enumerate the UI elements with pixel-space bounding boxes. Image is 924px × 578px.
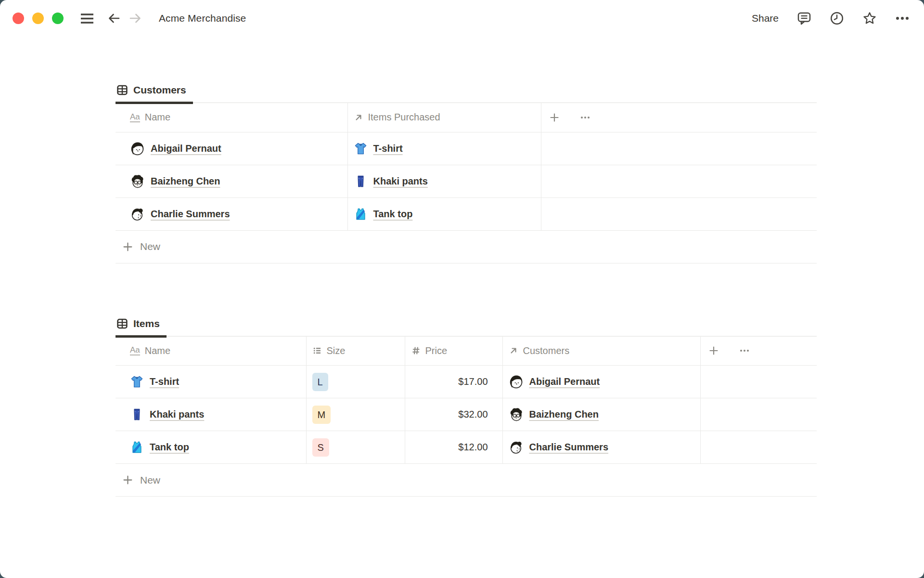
avatar-abigail	[509, 374, 524, 389]
relation-property-icon	[509, 346, 518, 355]
size-tag[interactable]: M	[312, 406, 331, 424]
add-property-button[interactable]	[708, 345, 719, 356]
empty-cell	[700, 398, 817, 431]
jeans-icon	[130, 407, 144, 421]
clock-icon	[830, 11, 844, 26]
star-icon	[862, 11, 877, 26]
avatar-baizheng	[509, 407, 524, 422]
price-cell[interactable]: $17.00	[405, 376, 502, 387]
titlebar: Acme Merchandise Share	[0, 0, 924, 37]
item-page-link[interactable]: Tank top	[150, 442, 189, 453]
comments-button[interactable]	[797, 11, 811, 26]
customer-relation-link[interactable]: Baizheng Chen	[529, 409, 599, 420]
column-label: Items Purchased	[368, 112, 440, 123]
tshirt-icon	[130, 375, 144, 389]
title-property-icon: Aa	[130, 346, 140, 355]
size-tag[interactable]: S	[312, 438, 329, 457]
favorite-button[interactable]	[862, 11, 877, 26]
tshirt-icon	[354, 142, 368, 156]
column-label: Customers	[523, 345, 570, 356]
updates-button[interactable]	[830, 11, 844, 26]
forward-button[interactable]	[128, 11, 142, 26]
customer-relation-link[interactable]: Abigail Pernaut	[529, 376, 600, 387]
customer-page-link[interactable]: Baizheng Chen	[151, 176, 220, 187]
property-options-button[interactable]	[739, 345, 750, 356]
avatar-charlie	[130, 207, 145, 222]
column-header-name[interactable]: Aa Name	[116, 345, 306, 356]
customers-view-tabbar: Customers	[116, 71, 817, 103]
item-relation-link[interactable]: T-shirt	[373, 143, 403, 154]
back-button[interactable]	[107, 11, 121, 26]
customer-page-link[interactable]: Charlie Summers	[151, 209, 230, 220]
tab-label: Items	[133, 318, 160, 329]
empty-cell	[700, 431, 817, 464]
number-property-icon	[411, 346, 421, 355]
customer-relation-link[interactable]: Charlie Summers	[529, 442, 609, 453]
ellipsis-icon	[895, 11, 910, 26]
empty-cell	[541, 132, 817, 165]
items-table: Aa Name Size Price	[116, 337, 817, 464]
price-cell[interactable]: $12.00	[405, 442, 502, 453]
column-header-items-purchased[interactable]: Items Purchased	[348, 112, 541, 123]
tanktop-icon	[130, 440, 144, 454]
item-relation-link[interactable]: Khaki pants	[373, 176, 428, 187]
item-page-link[interactable]: Khaki pants	[150, 409, 204, 420]
new-row-button[interactable]: New	[116, 231, 817, 263]
tab-items-table-view[interactable]: Items	[116, 318, 167, 338]
hamburger-icon	[79, 11, 95, 26]
share-button[interactable]: Share	[752, 13, 779, 24]
notion-window: Acme Merchandise Share Customers	[0, 0, 924, 578]
column-header-customers[interactable]: Customers	[503, 345, 700, 356]
column-label: Name	[145, 112, 170, 123]
add-property-button[interactable]	[549, 112, 560, 123]
page-title: Acme Merchandise	[159, 13, 246, 24]
close-window-button[interactable]	[13, 13, 24, 24]
table-row: Tank top S $12.00 Charlie Summers	[116, 431, 817, 464]
items-view-tabbar: Items	[116, 305, 817, 337]
item-relation-link[interactable]: Tank top	[373, 209, 413, 220]
tanktop-icon	[354, 207, 368, 221]
new-row-button[interactable]: New	[116, 464, 817, 497]
avatar-baizheng	[130, 174, 145, 189]
avatar-abigail	[130, 141, 145, 156]
plus-icon	[122, 474, 133, 486]
column-label: Name	[145, 345, 170, 356]
item-page-link[interactable]: T-shirt	[150, 376, 179, 387]
items-database: Items Aa Name Size	[116, 305, 817, 497]
table-view-icon	[116, 84, 128, 96]
column-label: Price	[425, 345, 448, 356]
customers-database: Customers Aa Name Items Purcha	[116, 71, 817, 263]
comment-icon	[797, 11, 811, 26]
minimize-window-button[interactable]	[32, 13, 44, 24]
more-options-button[interactable]	[895, 11, 910, 26]
customer-page-link[interactable]: Abigail Pernaut	[151, 143, 221, 154]
select-property-icon	[312, 346, 322, 355]
tab-label: Customers	[133, 84, 186, 96]
empty-cell	[541, 165, 817, 197]
table-row: Abigail Pernaut T-shirt	[116, 132, 817, 165]
table-row: Charlie Summers Tank top	[116, 197, 817, 230]
size-tag[interactable]: L	[312, 373, 328, 391]
table-row: T-shirt L $17.00 Abigail Pernaut	[116, 366, 817, 398]
empty-cell	[541, 197, 817, 230]
table-row: Baizheng Chen Khaki pants	[116, 165, 817, 197]
avatar-charlie	[509, 440, 524, 455]
zoom-window-button[interactable]	[52, 13, 64, 24]
price-cell[interactable]: $32.00	[405, 409, 502, 420]
table-view-icon	[116, 318, 128, 329]
column-label: Size	[327, 345, 346, 356]
new-row-label: New	[140, 241, 160, 252]
property-options-button[interactable]	[580, 112, 590, 123]
empty-cell	[700, 366, 817, 398]
relation-property-icon	[354, 113, 363, 122]
new-row-label: New	[140, 474, 160, 486]
column-header-name[interactable]: Aa Name	[116, 112, 347, 123]
title-property-icon: Aa	[130, 113, 140, 122]
traffic-lights	[13, 13, 64, 24]
jeans-icon	[354, 174, 368, 188]
tab-customers-table-view[interactable]: Customers	[116, 84, 193, 104]
column-header-size[interactable]: Size	[307, 345, 405, 356]
plus-icon	[122, 241, 133, 252]
sidebar-toggle-button[interactable]	[79, 11, 95, 26]
column-header-price[interactable]: Price	[405, 345, 502, 356]
